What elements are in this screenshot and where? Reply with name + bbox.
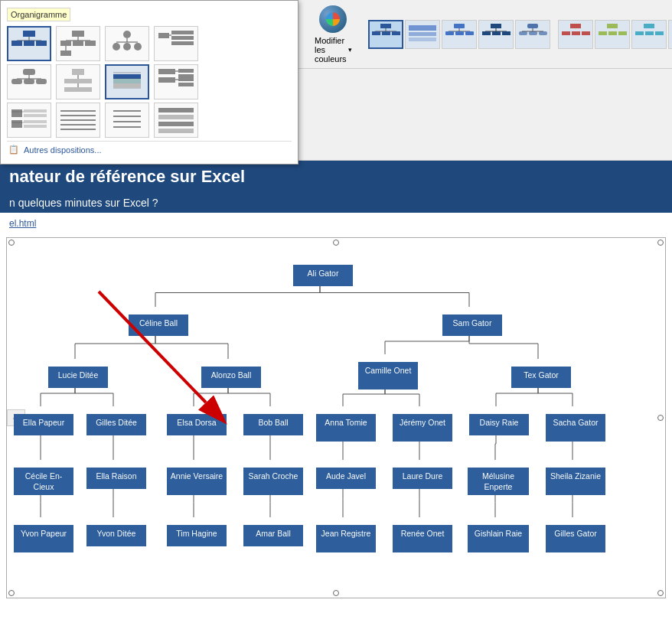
style-btn-7[interactable]: [595, 20, 630, 49]
smartart-grid-row3: [7, 103, 292, 138]
style-btn-5[interactable]: [515, 20, 550, 49]
org-node-elsa: Elsa Dorsa: [167, 414, 227, 435]
org-node-sarah: Sarah Croche: [243, 468, 303, 495]
handle-bl[interactable]: [8, 590, 15, 596]
org-node-sam: Sam Gator: [442, 314, 502, 336]
svg-rect-20: [158, 33, 169, 38]
handle-tr[interactable]: [657, 240, 664, 246]
style-btn-4[interactable]: [478, 20, 514, 49]
smartart-cell-5[interactable]: [7, 64, 51, 99]
smartart-cell-6[interactable]: [56, 64, 100, 99]
org-node-daisy: Daisy Raie: [469, 414, 529, 435]
svg-rect-35: [64, 87, 92, 92]
smartart-grid-row2: [7, 64, 292, 99]
svg-rect-10: [73, 41, 83, 46]
style-btn-1[interactable]: [368, 20, 403, 49]
org-node-yvonD: Yvon Ditée: [86, 525, 146, 546]
layout-icon: 📋: [8, 145, 19, 155]
ribbon-area: Organigramme: [0, 0, 672, 161]
modifier-couleurs-btn[interactable]: Modifier les couleurs ▾: [306, 0, 360, 69]
svg-rect-33: [64, 79, 92, 83]
ribbon-right-top: Modifier les couleurs ▾: [298, 0, 672, 69]
svg-rect-69: [158, 115, 194, 119]
color-wheel: [326, 12, 340, 26]
style-btn-8[interactable]: [631, 20, 667, 49]
org-node-ali: Ali Gator: [293, 265, 353, 286]
smartart-cell-7[interactable]: [105, 64, 149, 99]
svg-rect-77: [392, 31, 400, 35]
org-node-ella: Ella Papeur: [14, 414, 73, 435]
org-node-ellaR: Ella Raison: [86, 468, 146, 489]
org-node-melusine: Mélusine Enperte: [468, 468, 529, 495]
style-btn-6[interactable]: [558, 20, 593, 49]
svg-rect-90: [482, 31, 491, 35]
svg-rect-100: [562, 31, 570, 35]
svg-rect-92: [502, 31, 511, 35]
svg-rect-86: [465, 31, 474, 35]
svg-rect-81: [454, 24, 465, 28]
org-node-aude: Aude Javel: [316, 468, 376, 489]
svg-point-17: [113, 43, 120, 51]
smartart-cell-12[interactable]: [154, 103, 198, 138]
style-btn-3[interactable]: [442, 20, 477, 49]
svg-rect-80: [409, 37, 436, 41]
svg-rect-4: [24, 41, 34, 46]
svg-rect-41: [113, 79, 141, 83]
smartart-cell-1[interactable]: [7, 26, 51, 61]
svg-rect-6: [72, 31, 84, 37]
smartart-cell-2[interactable]: [56, 26, 100, 61]
svg-rect-57: [24, 120, 47, 123]
svg-point-18: [123, 43, 131, 51]
svg-rect-51: [11, 109, 22, 117]
svg-rect-71: [158, 129, 194, 133]
svg-rect-106: [618, 31, 627, 35]
svg-rect-70: [158, 122, 194, 126]
handle-br[interactable]: [657, 590, 664, 596]
smartart-cell-10[interactable]: [56, 103, 100, 138]
orgchart-container: ◄ Ali GatorCéline BallSam GatorLucie Dit…: [6, 237, 666, 598]
svg-rect-101: [572, 31, 580, 35]
svg-rect-78: [409, 25, 436, 31]
handle-tl[interactable]: [8, 240, 15, 246]
org-node-lucie: Lucie Ditée: [48, 367, 108, 388]
svg-point-14: [123, 31, 131, 38]
org-node-jeremy: Jérémy Onet: [393, 414, 452, 442]
svg-rect-49: [178, 77, 194, 81]
svg-rect-107: [644, 24, 654, 28]
svg-rect-98: [539, 31, 547, 35]
handle-bm[interactable]: [333, 590, 339, 596]
org-node-bob: Bob Ball: [243, 414, 303, 435]
smartart-cell-8[interactable]: [154, 64, 198, 99]
autres-dispositions-btn[interactable]: 📋 Autres dispositions...: [7, 141, 292, 158]
svg-rect-25: [23, 69, 35, 75]
org-node-tex: Tex Gator: [511, 367, 571, 388]
style-btn-9[interactable]: [668, 20, 672, 49]
smartart-dropdown: Organigramme: [0, 0, 298, 165]
svg-rect-43: [158, 69, 175, 74]
svg-rect-93: [527, 24, 538, 28]
page-link[interactable]: el.html: [9, 218, 36, 229]
svg-rect-87: [491, 24, 501, 28]
style-btn-2[interactable]: [405, 20, 440, 49]
org-node-gilles: Gilles Ditée: [86, 414, 146, 435]
svg-rect-110: [655, 31, 664, 35]
smartart-cell-4[interactable]: [154, 26, 198, 61]
org-node-gillesG: Gilles Gator: [546, 525, 605, 552]
org-node-sheila: Sheila Zizanie: [546, 468, 605, 495]
chevron-down-icon: ▾: [348, 46, 352, 54]
svg-rect-36: [113, 74, 141, 79]
svg-rect-24: [171, 41, 194, 45]
handle-tm[interactable]: [333, 240, 339, 246]
smartart-cell-3[interactable]: [105, 26, 149, 61]
svg-rect-96: [519, 31, 527, 35]
page-sub-header: n quelques minutes sur Excel ?: [0, 193, 672, 213]
svg-rect-79: [409, 32, 436, 36]
org-node-anna: Anna Tomie: [316, 414, 376, 442]
org-node-jean: Jean Registre: [316, 525, 376, 552]
smartart-cell-11[interactable]: [105, 103, 149, 138]
org-node-tim: Tim Hagine: [167, 525, 227, 546]
smartart-cell-9[interactable]: [7, 103, 51, 138]
svg-rect-84: [445, 31, 454, 35]
svg-point-19: [134, 43, 142, 51]
svg-rect-58: [24, 125, 47, 128]
